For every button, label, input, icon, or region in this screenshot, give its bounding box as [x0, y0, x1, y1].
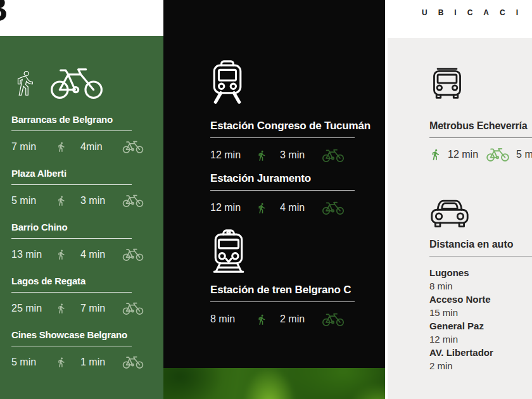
place-item: Barrancas de Belgrano 7 min 4min: [11, 114, 163, 155]
route-name: AV. Libertador: [429, 346, 532, 359]
walk-time: 12 min: [210, 149, 248, 161]
bicycle-icon: [122, 140, 144, 154]
station-name: Estación de tren Belgrano C: [210, 284, 385, 296]
station-name: Estación Juramento: [210, 172, 385, 185]
walk-icon: [56, 355, 66, 369]
train-panel: Estación Congreso de Tucumán 12 min 3 mi…: [163, 0, 385, 368]
bicycle-icon: [49, 65, 104, 101]
place-item: Plaza Alberti 5 min 3 min: [11, 168, 163, 208]
bicycle-icon: [322, 312, 345, 327]
bicycle-icon: [322, 148, 345, 163]
walk-icon: [56, 140, 66, 154]
divider: [11, 346, 132, 346]
bike-time: 4min: [80, 141, 113, 153]
bike-time: 3 min: [80, 195, 113, 206]
place-name: Cines Showcase Belgrano: [11, 329, 163, 341]
ubicacion-section: B UBICACI Barrancas de Belgrano 7 min 4m…: [0, 0, 532, 399]
bicycle-icon: [322, 201, 345, 215]
station-item: Estación de tren Belgrano C 8 min 2 min: [210, 284, 385, 327]
walk-icon: [256, 148, 267, 163]
place-name: Barrio Chino: [11, 222, 163, 233]
bus-icon: [429, 62, 465, 105]
metrobus-name: Metrobus Echeverría: [429, 120, 532, 132]
divider: [429, 256, 532, 256]
bike-time: 7 min: [80, 303, 113, 314]
walk-time: 7 min: [11, 141, 47, 153]
walk-time: 12 min: [448, 149, 478, 160]
route-time: 8 min: [429, 279, 532, 293]
place-name: Barrancas de Belgrano: [11, 114, 163, 125]
section-title: UBICACI: [422, 8, 529, 17]
route-name: Lugones: [429, 266, 532, 279]
travel-times-row: 5 min 1 min: [11, 355, 163, 370]
walk-icon: [56, 194, 66, 208]
divider: [210, 137, 355, 138]
walk-time: 8 min: [210, 314, 248, 325]
travel-times-row: 8 min 2 min: [210, 311, 385, 327]
divider: [11, 238, 132, 239]
walk-bike-header-icons: [11, 65, 163, 101]
travel-times-row: 25 min 7 min: [11, 301, 163, 316]
brand-logo: B: [0, 0, 8, 27]
bicycle-icon: [122, 248, 144, 262]
station-item: Estación Juramento 12 min 4 min: [210, 172, 385, 216]
bike-time: 2 min: [280, 314, 314, 325]
place-item: Barrio Chino 13 min 4 min: [11, 222, 163, 262]
walk-time: 12 min: [210, 202, 248, 213]
walk-time: 5 min: [11, 195, 47, 206]
route-time: 15 min: [429, 306, 532, 319]
travel-times-row: 5 min 3 min: [11, 193, 163, 208]
travel-times-row: 13 min 4 min: [11, 247, 163, 262]
walk-bike-panel: Barrancas de Belgrano 7 min 4min Plaza A…: [0, 36, 163, 399]
travel-times-row: 12 min 4 min: [210, 200, 385, 216]
route-name: Acceso Norte: [429, 293, 532, 306]
route-name: General Paz: [429, 319, 532, 332]
transit-panel: Metrobus Echeverría 12 min 5 min Distanc…: [388, 38, 532, 399]
walk-icon: [429, 147, 441, 162]
place-name: Lagos de Regata: [11, 276, 163, 287]
place-item: Lagos de Regata 25 min 7 min: [11, 276, 163, 316]
travel-times-row: 12 min 5 min: [429, 146, 532, 163]
bike-time: 5 min: [516, 149, 532, 160]
bike-time: 3 min: [280, 149, 314, 161]
place-name: Plaza Alberti: [11, 168, 163, 179]
bike-time: 4 min: [280, 202, 314, 213]
travel-times-row: 12 min 3 min: [210, 147, 385, 163]
station-item: Estación Congreso de Tucumán 12 min 3 mi…: [210, 120, 385, 163]
subway-icon: [210, 58, 244, 104]
walk-icon: [256, 312, 267, 327]
train-icon: [210, 227, 247, 275]
divider: [11, 130, 132, 131]
bicycle-icon: [122, 355, 144, 369]
bicycle-icon: [122, 194, 144, 208]
station-name: Estación Congreso de Tucumán: [210, 120, 385, 132]
bike-time: 4 min: [80, 249, 113, 260]
walk-time: 13 min: [11, 249, 47, 260]
car-routes-list: Lugones 8 min Acceso Norte 15 min Genera…: [429, 266, 532, 372]
travel-times-row: 7 min 4min: [11, 139, 163, 155]
bike-time: 1 min: [80, 357, 113, 368]
divider: [210, 301, 355, 302]
divider: [210, 190, 355, 191]
divider: [11, 184, 132, 185]
walk-time: 5 min: [11, 357, 47, 368]
walk-icon: [56, 248, 66, 262]
walk-time: 25 min: [11, 303, 47, 314]
walk-icon: [11, 65, 38, 101]
divider: [429, 137, 532, 138]
walk-icon: [56, 301, 66, 315]
route-time: 2 min: [429, 359, 532, 372]
car-distance-title: Distancia en auto: [429, 238, 532, 251]
walk-icon: [256, 201, 267, 215]
bicycle-icon: [486, 147, 510, 162]
route-time: 12 min: [429, 332, 532, 346]
grass-photo: [163, 368, 385, 399]
divider: [11, 292, 132, 293]
place-item: Cines Showcase Belgrano 5 min 1 min: [11, 329, 163, 370]
car-icon: [429, 192, 470, 232]
bicycle-icon: [122, 301, 144, 315]
